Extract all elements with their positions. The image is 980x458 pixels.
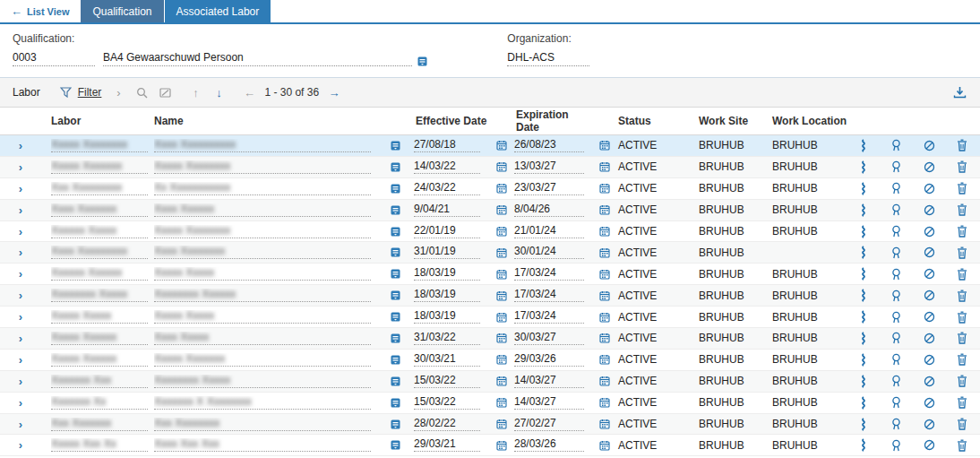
header-labor[interactable]: Labor: [41, 115, 154, 127]
calendar-icon[interactable]: [593, 285, 616, 306]
calendar-icon[interactable]: [593, 200, 616, 220]
circle-slash-icon[interactable]: [922, 246, 936, 260]
labor-name-cell[interactable]: Xxxxx Xxxxxxx: [154, 350, 376, 370]
calendar-icon[interactable]: [489, 435, 514, 455]
medal-icon[interactable]: [890, 331, 904, 345]
table-row[interactable]: › Xxxxxx Xxxxxx Xxxxx Xxxxx 18/03/19 17/…: [0, 264, 980, 285]
expiration-date-cell[interactable]: 14/03/27: [514, 393, 593, 413]
clear-filter-icon[interactable]: [157, 84, 173, 100]
labor-name-cell[interactable]: Xxxxx Xxxxx: [154, 264, 376, 284]
expiration-date-cell[interactable]: 27/02/27: [514, 414, 593, 435]
table-row[interactable]: › Xxx Xxxxxxx Xxx Xxxxxxxx 28/02/22 27/0…: [0, 414, 980, 436]
labor-name-cell[interactable]: Xxxxxxxx Xxxxx: [154, 371, 376, 392]
header-work-location[interactable]: Work Location: [770, 115, 851, 127]
calendar-icon[interactable]: [489, 135, 514, 156]
effective-date-cell[interactable]: 14/03/22: [414, 157, 489, 177]
detail-menu-icon[interactable]: [376, 350, 414, 370]
labor-name-cell[interactable]: Xx Xxxxxxxxxxx: [154, 178, 376, 199]
detail-menu-icon[interactable]: [376, 135, 414, 156]
labor-code-cell[interactable]: Xxxxxxxx Xxxxx: [41, 285, 154, 306]
effective-date-cell[interactable]: 15/03/22: [414, 393, 489, 413]
row-expand-icon[interactable]: ›: [0, 350, 41, 370]
circle-slash-icon[interactable]: [922, 374, 936, 388]
medal-icon[interactable]: [890, 417, 904, 431]
medal-icon[interactable]: [890, 395, 904, 410]
calendar-icon[interactable]: [489, 264, 514, 284]
medal-icon[interactable]: [890, 246, 904, 260]
calendar-icon[interactable]: [489, 178, 514, 199]
detail-menu-icon[interactable]: [376, 157, 414, 177]
trash-icon[interactable]: [955, 331, 969, 345]
expiration-date-cell[interactable]: 14/03/27: [514, 371, 593, 392]
labor-name-cell[interactable]: Xxxx Xxxxxxxxxx: [154, 135, 376, 156]
table-row[interactable]: › Xxxxx Xxxxxx Xxxxx Xxxxxxx 30/03/21 29…: [0, 350, 980, 371]
effective-date-cell[interactable]: 15/03/22: [414, 371, 489, 392]
circle-slash-icon[interactable]: [922, 417, 936, 431]
row-up-icon[interactable]: ↑: [187, 84, 203, 100]
table-row[interactable]: › Xxxxxxx Xx Xxxxxxx X Xxxxxxxx 15/03/22…: [0, 393, 980, 414]
labor-name-cell[interactable]: Xxxxx Xxxxxxxx: [154, 157, 376, 177]
labor-code-cell[interactable]: Xxxxx Xxxxxxx: [41, 157, 154, 177]
labor-code-cell[interactable]: Xxxxx Xxxxxx: [41, 328, 154, 349]
medal-icon[interactable]: [890, 160, 904, 174]
circle-slash-icon[interactable]: [922, 331, 936, 345]
trash-icon[interactable]: [955, 289, 969, 303]
expiration-date-cell[interactable]: 17/03/24: [514, 264, 593, 284]
trash-icon[interactable]: [955, 267, 969, 281]
chain-icon[interactable]: [856, 160, 871, 174]
medal-icon[interactable]: [890, 352, 904, 367]
qualification-code-field[interactable]: 0003: [13, 51, 95, 66]
labor-name-cell[interactable]: Xxxxx Xxxxx: [154, 307, 376, 327]
calendar-icon[interactable]: [593, 242, 616, 263]
detail-menu-icon[interactable]: [376, 414, 414, 435]
labor-name-cell[interactable]: Xxxxxxxx Xxxxxx: [154, 285, 376, 306]
expiration-date-cell[interactable]: 17/03/24: [514, 307, 593, 327]
labor-code-cell[interactable]: Xxxxx Xxxxxx: [41, 350, 154, 370]
medal-icon[interactable]: [890, 181, 904, 195]
medal-icon[interactable]: [890, 438, 904, 453]
labor-code-cell[interactable]: Xxxx Xxxxxxx: [41, 200, 154, 220]
effective-date-cell[interactable]: 28/02/22: [414, 414, 489, 435]
calendar-icon[interactable]: [593, 350, 616, 370]
row-expand-icon[interactable]: ›: [0, 307, 41, 327]
detail-menu-icon[interactable]: [376, 242, 414, 263]
chain-icon[interactable]: [856, 395, 871, 410]
header-effective-date[interactable]: Effective Date: [414, 115, 489, 127]
expiration-date-cell[interactable]: 17/03/24: [514, 285, 593, 306]
trash-icon[interactable]: [955, 203, 969, 217]
header-status[interactable]: Status: [616, 115, 697, 127]
chain-icon[interactable]: [856, 246, 871, 260]
labor-code-cell[interactable]: Xxxx Xxxxxxxxx: [41, 242, 154, 263]
row-expand-icon[interactable]: ›: [0, 328, 41, 349]
trash-icon[interactable]: [955, 224, 969, 238]
table-row[interactable]: › Xxxxxxxx Xxxxx Xxxxxxxx Xxxxxx 18/03/1…: [0, 285, 980, 307]
row-expand-icon[interactable]: ›: [0, 157, 41, 177]
detail-menu-icon[interactable]: [376, 264, 414, 284]
chain-icon[interactable]: [856, 138, 871, 152]
detail-menu-icon[interactable]: [417, 56, 427, 66]
chain-icon[interactable]: [856, 310, 871, 324]
filter-expand-icon[interactable]: ›: [110, 84, 126, 100]
row-expand-icon[interactable]: ›: [0, 285, 41, 306]
trash-icon[interactable]: [955, 352, 969, 367]
table-row[interactable]: › Xxxxx Xxxxx Xxxxx Xxxxx 18/03/19 17/03…: [0, 307, 980, 328]
row-expand-icon[interactable]: ›: [0, 414, 41, 435]
chain-icon[interactable]: [856, 374, 871, 388]
detail-menu-icon[interactable]: [376, 200, 414, 220]
calendar-icon[interactable]: [593, 414, 616, 435]
expiration-date-cell[interactable]: 23/03/27: [514, 178, 593, 199]
trash-icon[interactable]: [955, 138, 969, 152]
calendar-icon[interactable]: [489, 307, 514, 327]
trash-icon[interactable]: [955, 181, 969, 195]
labor-code-cell[interactable]: Xxxxxx Xxxxx: [41, 221, 154, 242]
expiration-date-cell[interactable]: 13/03/27: [514, 157, 593, 177]
table-row[interactable]: › Xxxx Xxxxxxxxx Xxxx Xxxxxxxx 31/01/19 …: [0, 242, 980, 264]
row-expand-icon[interactable]: ›: [0, 264, 41, 284]
trash-icon[interactable]: [955, 310, 969, 324]
detail-menu-icon[interactable]: [376, 393, 414, 413]
prev-page-icon[interactable]: ←: [241, 84, 257, 100]
table-row[interactable]: › Xxxxx Xxxxxxxx Xxxx Xxxxxxxxxx 27/08/1…: [0, 135, 980, 157]
calendar-icon[interactable]: [593, 371, 616, 392]
labor-code-cell[interactable]: Xxxxxx Xxxxxx: [41, 264, 154, 284]
calendar-icon[interactable]: [593, 157, 616, 177]
